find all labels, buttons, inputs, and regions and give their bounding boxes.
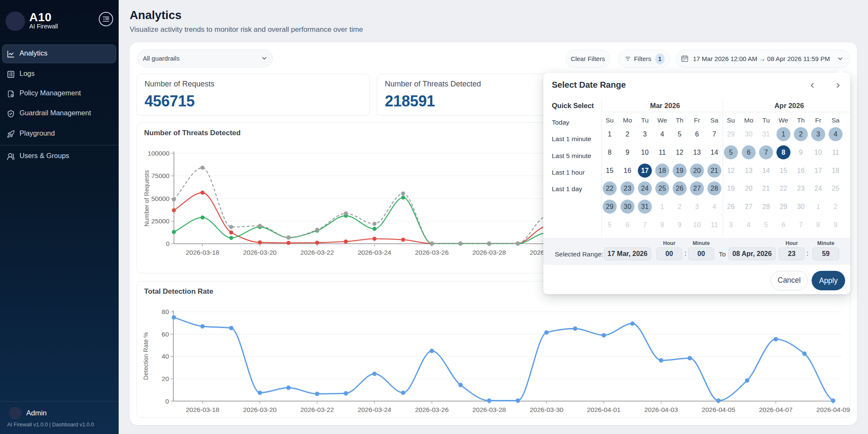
- svg-text:2026-03-20: 2026-03-20: [243, 406, 277, 413]
- svg-text:2026-03-18: 2026-03-18: [186, 406, 219, 413]
- svg-text:2026-03-22: 2026-03-22: [300, 249, 334, 256]
- svg-text:0: 0: [166, 240, 170, 247]
- svg-text:25000: 25000: [151, 217, 170, 225]
- svg-text:60: 60: [161, 331, 169, 338]
- svg-text:2026-03-28: 2026-03-28: [472, 249, 506, 256]
- svg-text:40: 40: [161, 353, 169, 360]
- svg-text:2026-04-07: 2026-04-07: [759, 406, 793, 413]
- svg-text:80: 80: [161, 308, 169, 315]
- svg-text:2026-03-18: 2026-03-18: [186, 249, 219, 256]
- svg-text:2026-04-03: 2026-04-03: [644, 406, 678, 413]
- svg-text:2026-03-24: 2026-03-24: [358, 406, 392, 413]
- svg-text:0: 0: [165, 398, 169, 405]
- svg-text:2026-03-24: 2026-03-24: [358, 249, 392, 256]
- svg-text:50000: 50000: [151, 195, 170, 202]
- svg-text:2026-03-30: 2026-03-30: [530, 406, 564, 413]
- svg-text:2026-04-09: 2026-04-09: [816, 406, 850, 413]
- svg-text:2026-04-01: 2026-04-01: [587, 406, 620, 413]
- svg-text:2026-03-26: 2026-03-26: [415, 406, 448, 413]
- svg-text:2026-03-26: 2026-03-26: [415, 249, 448, 256]
- svg-text:2026-03-22: 2026-03-22: [300, 406, 334, 413]
- svg-text:Detection Rate %: Detection Rate %: [142, 332, 149, 380]
- svg-text:75000: 75000: [151, 172, 170, 179]
- svg-text:2026-04-05: 2026-04-05: [702, 406, 735, 413]
- svg-text:Number of Requests: Number of Requests: [143, 170, 150, 227]
- svg-text:2026-03-28: 2026-03-28: [472, 406, 506, 413]
- svg-text:100000: 100000: [147, 150, 170, 157]
- svg-text:20: 20: [161, 375, 169, 382]
- svg-text:2026-03-20: 2026-03-20: [243, 249, 277, 256]
